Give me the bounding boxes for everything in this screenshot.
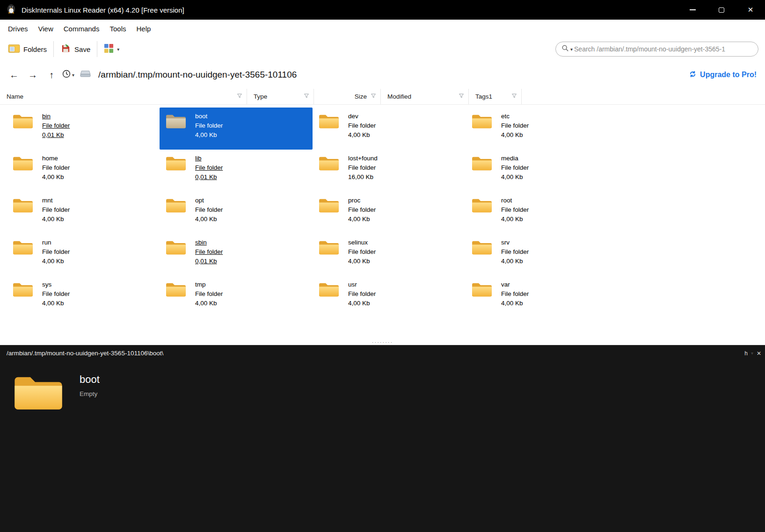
menubar: DrivesViewCommandsToolsHelp: [0, 20, 765, 37]
folder-icon: [318, 112, 340, 132]
search-scope-caret-icon[interactable]: ▾: [570, 47, 573, 52]
column-header-type[interactable]: Type: [247, 89, 314, 104]
column-header-modified[interactable]: Modified: [381, 89, 469, 104]
file-type: File folder: [348, 121, 376, 130]
view-mode-grid-icon: [104, 43, 114, 55]
file-type: File folder: [42, 247, 70, 257]
file-item-boot[interactable]: bootFile folder4,00 Kb: [160, 108, 313, 150]
maximize-button[interactable]: [707, 0, 736, 20]
file-list-area: binFile folder0,01 KbbootFile folder4,00…: [0, 105, 765, 339]
file-size: 0,01 Kb: [42, 130, 70, 140]
forward-arrow-icon: →: [28, 70, 37, 80]
file-item-text: optFile folder4,00 Kb: [195, 195, 223, 224]
folder-icon: [12, 280, 34, 300]
chevron-down-icon[interactable]: ▾: [751, 351, 753, 356]
menu-item-tools[interactable]: Tools: [104, 22, 131, 36]
file-item-bin[interactable]: binFile folder0,01 Kb: [7, 108, 160, 150]
file-item-dev[interactable]: devFile folder4,00 Kb: [313, 108, 466, 150]
file-size: 0,01 Kb: [195, 173, 223, 182]
column-header-name[interactable]: Name: [0, 89, 247, 104]
column-label: Tags1: [475, 93, 511, 100]
up-button[interactable]: ↑: [43, 66, 60, 83]
close-button[interactable]: ✕: [736, 0, 765, 20]
gripper-dots-icon: ········: [372, 339, 393, 345]
file-item-text: etcFile folder4,00 Kb: [501, 111, 529, 140]
file-item-text: mediaFile folder4,00 Kb: [501, 153, 529, 182]
menu-item-help[interactable]: Help: [131, 22, 156, 36]
file-item-etc[interactable]: etcFile folder4,00 Kb: [466, 108, 619, 150]
file-item-tmp[interactable]: tmpFile folder4,00 Kb: [160, 276, 313, 318]
minimize-button[interactable]: [678, 0, 707, 20]
file-type: File folder: [195, 163, 223, 173]
up-arrow-icon: ↑: [49, 70, 54, 80]
file-size: 4,00 Kb: [501, 130, 529, 140]
filter-funnel-icon[interactable]: [237, 93, 242, 100]
file-name: bin: [42, 112, 70, 121]
file-size: 4,00 Kb: [348, 215, 376, 224]
file-size: 4,00 Kb: [348, 299, 376, 308]
history-button[interactable]: ▾: [62, 69, 74, 80]
file-item-home[interactable]: homeFile folder4,00 Kb: [7, 150, 160, 192]
file-size: 4,00 Kb: [501, 257, 529, 266]
file-item-text: rootFile folder4,00 Kb: [501, 195, 529, 224]
file-item-run[interactable]: runFile folder4,00 Kb: [7, 234, 160, 276]
file-item-selinux[interactable]: selinuxFile folder4,00 Kb: [313, 234, 466, 276]
file-size: 4,00 Kb: [501, 215, 529, 224]
preview-header: /armbian/.tmp/mount-no-uuidgen-yet-3565-…: [0, 345, 765, 359]
file-name: boot: [195, 112, 223, 121]
file-item-mnt[interactable]: mntFile folder4,00 Kb: [7, 192, 160, 234]
file-item-srv[interactable]: srvFile folder4,00 Kb: [466, 234, 619, 276]
folder-icon: [318, 280, 340, 300]
column-label: Modified: [387, 93, 459, 100]
file-item-root[interactable]: rootFile folder4,00 Kb: [466, 192, 619, 234]
column-header-size[interactable]: Size: [314, 89, 381, 104]
file-item-sys[interactable]: sysFile folder4,00 Kb: [7, 276, 160, 318]
forward-button[interactable]: →: [24, 66, 41, 83]
app-window: DiskInternals Linux Reader (x64) 4.20 [F…: [0, 0, 765, 532]
file-item-usr[interactable]: usrFile folder4,00 Kb: [313, 276, 466, 318]
folder-icon: [165, 112, 187, 132]
folders-button[interactable]: Folders: [4, 41, 51, 58]
filter-funnel-icon[interactable]: [459, 93, 464, 100]
search-box[interactable]: ▾: [555, 42, 758, 57]
file-item-text: mntFile folder4,00 Kb: [42, 195, 70, 224]
file-type: File folder: [42, 121, 70, 130]
file-item-media[interactable]: mediaFile folder4,00 Kb: [466, 150, 619, 192]
file-item-opt[interactable]: optFile folder4,00 Kb: [160, 192, 313, 234]
file-type: File folder: [195, 289, 223, 299]
file-item-proc[interactable]: procFile folder4,00 Kb: [313, 192, 466, 234]
preview-body: boot Empty: [0, 359, 765, 416]
menu-item-commands[interactable]: Commands: [58, 22, 105, 36]
search-input[interactable]: [574, 45, 752, 53]
menu-item-drives[interactable]: Drives: [3, 22, 33, 36]
file-type: File folder: [348, 289, 376, 299]
file-item-text: selinuxFile folder4,00 Kb: [348, 237, 376, 266]
save-button[interactable]: Save: [56, 40, 95, 58]
file-item-text: devFile folder4,00 Kb: [348, 111, 376, 140]
chevron-down-icon: ▾: [117, 47, 119, 52]
menu-item-view[interactable]: View: [33, 22, 58, 36]
back-button[interactable]: ←: [6, 66, 22, 83]
view-mode-button[interactable]: ▾: [100, 41, 124, 58]
column-header-tags1[interactable]: Tags1: [469, 89, 522, 104]
filter-funnel-icon[interactable]: [371, 93, 376, 100]
folder-icon: [318, 238, 340, 258]
file-item-var[interactable]: varFile folder4,00 Kb: [466, 276, 619, 318]
file-item-lost+found[interactable]: lost+foundFile folder16,00 Kb: [313, 150, 466, 192]
filter-funnel-icon[interactable]: [511, 93, 517, 100]
file-item-lib[interactable]: libFile folder0,01 Kb: [160, 150, 313, 192]
file-item-sbin[interactable]: sbinFile folder0,01 Kb: [160, 234, 313, 276]
file-size: 4,00 Kb: [42, 215, 70, 224]
titlebar: DiskInternals Linux Reader (x64) 4.20 [F…: [0, 0, 765, 20]
filter-funnel-icon[interactable]: [304, 93, 309, 100]
file-name: srv: [501, 238, 529, 247]
folder-icon: [471, 196, 493, 216]
upgrade-to-pro-link[interactable]: Upgrade to Pro!: [689, 70, 757, 80]
preview-close-icon[interactable]: ✕: [757, 350, 761, 357]
folders-button-label: Folders: [23, 45, 47, 53]
file-type: File folder: [42, 289, 70, 299]
preview-mode-label[interactable]: h: [744, 350, 748, 357]
splitter-handle[interactable]: ········: [0, 339, 765, 345]
upgrade-to-pro-label: Upgrade to Pro!: [700, 71, 757, 79]
maximize-icon: [719, 7, 724, 13]
